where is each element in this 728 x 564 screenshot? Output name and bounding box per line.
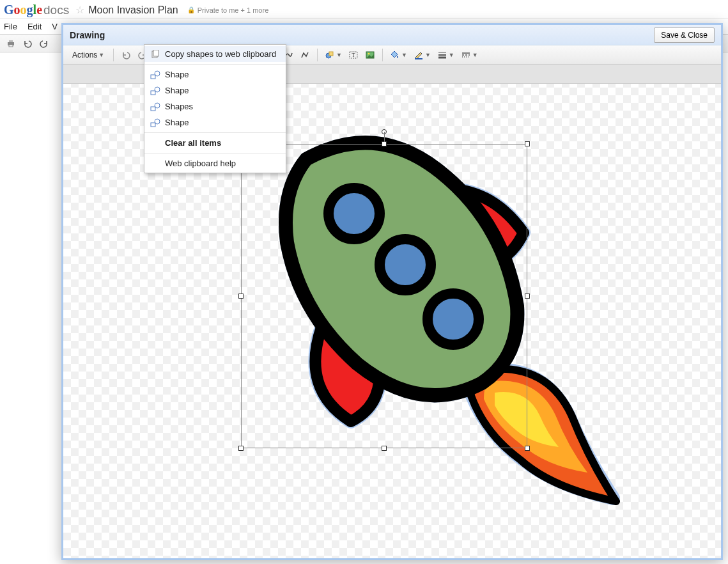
copy-icon (150, 50, 161, 59)
menu-item-label: Shapes (165, 102, 193, 111)
toolbar-separator (317, 49, 318, 61)
chevron-down-icon: ▼ (98, 52, 104, 58)
privacy-text: Private to me + 1 more (197, 6, 269, 14)
menu-item-clipboard-help[interactable]: Web clipboard help (144, 155, 286, 171)
menu-item-label: Shape (165, 118, 189, 127)
undo-icon[interactable] (20, 37, 35, 50)
resize-handle-ne[interactable] (525, 141, 530, 146)
undo-button[interactable] (118, 48, 134, 62)
drawing-dialog: Drawing Save & Close Actions ▼ ▼ ▼ ▼ (61, 23, 723, 560)
google-logo: Google (4, 3, 42, 17)
svg-rect-2 (9, 45, 13, 47)
svg-rect-27 (151, 75, 155, 79)
menu-edit[interactable]: Edit (27, 22, 42, 31)
chevron-down-icon: ▼ (472, 52, 478, 58)
actions-menu-button[interactable]: Actions ▼ (68, 48, 109, 62)
resize-handle-n[interactable] (382, 141, 387, 146)
line-weight-button[interactable]: ▼ (435, 48, 457, 62)
resize-handle-se[interactable] (525, 446, 530, 451)
chevron-down-icon: ▼ (336, 52, 342, 58)
dialog-title: Drawing (70, 30, 105, 40)
shape-icon (150, 102, 161, 111)
svg-point-30 (155, 87, 160, 92)
menu-item-shape-2[interactable]: Shape (144, 82, 286, 98)
web-clipboard-dropdown: Copy shapes to web clipboard Shape Shape… (144, 44, 286, 173)
rotate-handle-stem (384, 132, 385, 142)
svg-point-28 (155, 71, 160, 76)
shape-icon (150, 70, 161, 79)
image-tool-button[interactable] (362, 48, 378, 62)
chevron-down-icon: ▼ (425, 52, 431, 58)
resize-handle-s[interactable] (382, 446, 387, 451)
svg-rect-29 (151, 91, 155, 95)
menu-item-label: Shape (165, 70, 189, 79)
menu-separator (144, 153, 286, 153)
shape-icon (150, 86, 161, 95)
shape-icon (150, 118, 161, 127)
actions-label: Actions (72, 51, 97, 59)
chevron-down-icon: ▼ (449, 52, 454, 58)
menu-item-label: Clear all items (165, 138, 221, 148)
lock-icon: 🔒 (187, 6, 195, 13)
dialog-titlebar: Drawing Save & Close (63, 25, 721, 45)
menu-item-shapes[interactable]: Shapes (144, 98, 286, 114)
svg-rect-33 (151, 123, 155, 127)
menu-item-copy-shapes[interactable]: Copy shapes to web clipboard (144, 46, 286, 62)
app-header: Google docs ☆ Moon Invasion Plan 🔒 Priva… (0, 0, 728, 19)
resize-handle-e[interactable] (525, 294, 530, 299)
svg-rect-26 (153, 50, 159, 56)
polyline-tool-button[interactable] (297, 48, 313, 62)
star-icon[interactable]: ☆ (75, 4, 84, 16)
menu-item-label: Web clipboard help (165, 159, 236, 168)
resize-handle-w[interactable] (238, 294, 244, 299)
svg-rect-1 (9, 40, 13, 42)
menu-item-label: Copy shapes to web clipboard (165, 49, 276, 59)
selection-bounding-box[interactable] (241, 144, 527, 448)
svg-rect-15 (415, 58, 422, 59)
document-title[interactable]: Moon Invasion Plan (88, 4, 178, 16)
svg-point-32 (155, 103, 160, 108)
menu-file[interactable]: File (4, 22, 17, 31)
line-color-button[interactable]: ▼ (411, 48, 433, 62)
toolbar-separator (113, 49, 114, 61)
menu-separator (144, 64, 286, 65)
text-tool-button[interactable]: T (346, 48, 361, 62)
fill-color-button[interactable]: ▼ (387, 48, 410, 62)
menu-item-shape-1[interactable]: Shape (144, 67, 286, 82)
svg-point-34 (155, 119, 160, 124)
redo-icon[interactable] (37, 37, 51, 50)
menu-item-shape-3[interactable]: Shape (144, 114, 286, 130)
toolbar-separator (382, 49, 383, 61)
chevron-down-icon: ▼ (401, 52, 407, 58)
privacy-indicator[interactable]: 🔒 Private to me + 1 more (187, 6, 269, 14)
menu-item-label: Shape (165, 86, 189, 95)
svg-point-14 (368, 52, 370, 54)
print-icon[interactable] (4, 37, 18, 50)
resize-handle-sw[interactable] (238, 446, 244, 451)
docs-logo-word: docs (43, 3, 69, 17)
menu-view-truncated[interactable]: V (52, 22, 58, 31)
save-close-button[interactable]: Save & Close (654, 27, 715, 43)
svg-text:T: T (352, 52, 355, 58)
svg-rect-31 (151, 107, 155, 111)
svg-rect-10 (329, 52, 333, 56)
menu-item-clear-all[interactable]: Clear all items (144, 135, 286, 151)
shape-tool-button[interactable]: ▼ (322, 48, 345, 62)
line-dash-button[interactable]: ▼ (458, 48, 481, 62)
menu-separator (144, 132, 286, 133)
